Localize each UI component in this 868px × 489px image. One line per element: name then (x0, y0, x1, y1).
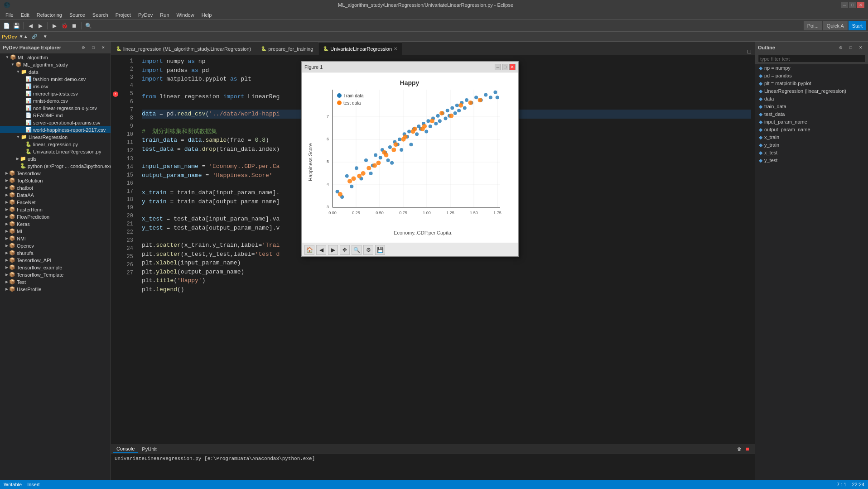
forward-button[interactable]: ▶ (36, 21, 45, 30)
sidebar-item[interactable]: ▶ 📊microchips-tests.csv (0, 90, 111, 97)
start-button[interactable]: Start (849, 21, 866, 30)
sidebar-item[interactable]: ▶ 📦Tensorflow_example (0, 264, 111, 271)
outline-item[interactable]: ◆pd = pandas (755, 72, 868, 80)
outline-close-button[interactable]: ✕ (856, 43, 865, 52)
sidebar-item[interactable]: ▶ 📦Tensorflow_API (0, 256, 111, 264)
menu-refactoring[interactable]: Refactoring (33, 11, 66, 19)
menu-run[interactable]: Run (156, 11, 173, 19)
sidebar-item[interactable]: ▶ 📦NMT (0, 235, 111, 242)
figure-maximize-button[interactable]: □ (502, 64, 508, 70)
sidebar-item[interactable]: ▶ 📊non-linear-regression-x-y.csv (0, 104, 111, 111)
menu-window[interactable]: Window (173, 11, 198, 19)
outline-maximize-button[interactable]: □ (846, 43, 855, 52)
sidebar-collapse-button[interactable]: ⊖ (79, 43, 88, 52)
sidebar-item[interactable]: ▼ 📁data (0, 68, 111, 75)
figure-pan-button[interactable]: ✥ (340, 245, 350, 255)
figure-home-button[interactable]: 🏠 (304, 245, 314, 255)
sidebar-item[interactable]: ▶ 🐍linear_regression.py (0, 140, 111, 148)
console-clear-button[interactable]: 🗑 (736, 445, 743, 452)
run-toolbar-button[interactable]: ▶ (50, 21, 59, 30)
sidebar-item[interactable]: ▶ 📦TopSolution (0, 177, 111, 184)
sidebar-item[interactable]: ▶ 📊server-operational-params.csv (0, 119, 111, 126)
figure-close-button[interactable]: ✕ (509, 64, 516, 70)
close-button[interactable]: ✕ (857, 2, 864, 8)
debug-button[interactable]: 🐞 (60, 21, 69, 30)
menu-file[interactable]: File (2, 11, 17, 19)
menu-help[interactable]: Help (198, 11, 216, 19)
sidebar-item[interactable]: ▶ 📦FlowPrediction (0, 213, 111, 220)
figure-forward-button[interactable]: ▶ (328, 245, 338, 255)
console-stop-button[interactable]: ⏹ (744, 445, 751, 452)
sidebar-item[interactable]: ▼ 📦ML_algorithm_study (0, 61, 111, 68)
collapse-all-button[interactable]: ▼▲ (19, 32, 28, 41)
sidebar-item[interactable]: ▼ 📁LinearRegression (0, 133, 111, 140)
outline-item[interactable]: ◆output_param_name (755, 126, 868, 134)
figure-minimize-button[interactable]: ─ (495, 64, 501, 70)
sidebar-item[interactable]: ▶ 📦Tensorflow (0, 169, 111, 177)
outline-item[interactable]: ◆y_test (755, 157, 868, 164)
sidebar-item[interactable]: ▶ 📦DataAA (0, 191, 111, 198)
console-tab-pyunit[interactable]: PyUnit (138, 446, 160, 453)
menu-search[interactable]: Search (89, 11, 112, 19)
sidebar-item[interactable]: ▶ 📊mnist-demo.csv (0, 97, 111, 104)
sidebar-maximize-button[interactable]: □ (89, 43, 98, 52)
outline-item[interactable]: ◆y_train (755, 141, 868, 149)
sidebar-item[interactable]: ▶ 📊world-happiness-report-2017.csv (0, 126, 111, 133)
view-menu-button[interactable]: ▼ (41, 32, 50, 41)
outline-filter-input[interactable] (758, 55, 865, 63)
outline-item[interactable]: ◆data (755, 95, 868, 103)
sidebar-item[interactable]: ▶ 🐍UnivariateLinearRegression.py (0, 148, 111, 155)
search-toolbar-button[interactable]: 🔍 (84, 21, 93, 30)
outline-item[interactable]: ◆x_train (755, 134, 868, 141)
sidebar-item[interactable]: ▶ 📦Test (0, 278, 111, 285)
save-button[interactable]: 💾 (12, 21, 21, 30)
console-content[interactable]: UnivariateLinearRegression.py [e:\Progra… (111, 454, 755, 480)
back-button[interactable]: ◀ (26, 21, 35, 30)
tab-linear-regression[interactable]: 🐍 linear_regression (ML_algorithm_study.… (111, 42, 256, 55)
sidebar-item[interactable]: ▶ 📦chatbot (0, 184, 111, 191)
sidebar-item[interactable]: ▶ 📊iris.csv (0, 82, 111, 90)
figure-save-button[interactable]: 💾 (375, 245, 385, 255)
sidebar-item[interactable]: ▶ 📦FasterRcnn (0, 206, 111, 213)
outline-item[interactable]: ◆x_test (755, 149, 868, 157)
tab-prepare-training[interactable]: 🐍 prepare_for_training (256, 42, 318, 55)
menu-edit[interactable]: Edit (17, 11, 33, 19)
figure-config-button[interactable]: ⚙ (363, 245, 373, 255)
figure-back-button[interactable]: ◀ (316, 245, 326, 255)
tab-univariate[interactable]: 🐍 UnivariateLinearRegression ✕ (318, 42, 402, 55)
outline-item[interactable]: ◆train_data (755, 103, 868, 110)
tab-close-3[interactable]: ✕ (394, 46, 397, 51)
new-button[interactable]: 📄 (2, 21, 11, 30)
sidebar-item[interactable]: ▶ 📄README.md (0, 111, 111, 119)
outline-item[interactable]: ◆LinearRegression (linear_regression) (755, 87, 868, 95)
poi-button[interactable]: Poi... (804, 21, 822, 30)
sidebar-close-button[interactable]: ✕ (99, 43, 108, 52)
menu-source[interactable]: Source (66, 11, 89, 19)
sidebar-item[interactable]: ▶ 📦FaceNet (0, 198, 111, 206)
sidebar-item[interactable]: ▶ 📦UserProfile (0, 285, 111, 292)
sidebar-item[interactable]: ▶ 📊fashion-mnist-demo.csv (0, 75, 111, 82)
sidebar-item[interactable]: ▶ 📦Tensorflow_Template (0, 271, 111, 278)
sidebar-item[interactable]: ▶ 📦Keras (0, 220, 111, 227)
sidebar-item[interactable]: ▶ 📦ML (0, 227, 111, 235)
sidebar-item[interactable]: ▶ 📦Opencv (0, 242, 111, 249)
stop-button[interactable]: ⏹ (70, 21, 79, 30)
maximize-button[interactable]: □ (849, 2, 856, 8)
outline-item[interactable]: ◆plt = matplotlib.pyplot (755, 80, 868, 87)
link-editor-button[interactable]: 🔗 (30, 32, 39, 41)
menu-project[interactable]: Project (112, 11, 135, 19)
outline-item[interactable]: ◆test_data (755, 110, 868, 118)
sidebar-item[interactable]: ▶ 📁utils (0, 155, 111, 162)
figure-zoom-button[interactable]: 🔍 (352, 245, 362, 255)
outline-item[interactable]: ◆np = numpy (755, 64, 868, 72)
console-tab-console[interactable]: Console (113, 445, 138, 453)
sidebar-item[interactable]: ▶ 🐍python (e:\Progr ... conda3\python.ex… (0, 162, 111, 169)
menu-pydev[interactable]: PyDev (135, 11, 156, 19)
outline-item[interactable]: ◆input_param_name (755, 118, 868, 126)
maximize-editor-button[interactable]: □ (744, 48, 755, 55)
sidebar-item[interactable]: ▼ 📦ML_algorithm (0, 53, 111, 61)
outline-hide-button[interactable]: ⊖ (836, 43, 845, 52)
minimize-button[interactable]: ─ (841, 2, 848, 8)
sidebar-item[interactable]: ▶ 📦shurufa (0, 249, 111, 256)
quick-access-button[interactable]: Quick A (823, 21, 848, 30)
